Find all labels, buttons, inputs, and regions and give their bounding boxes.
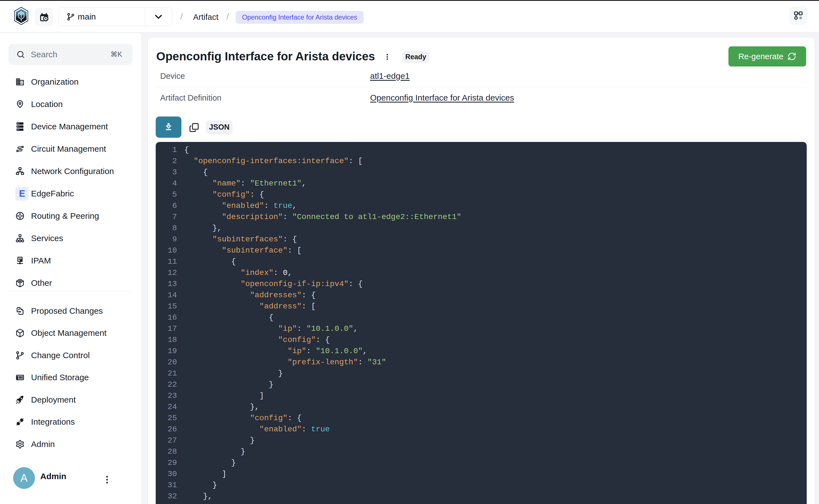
svg-text:IP: IP [18,257,22,261]
